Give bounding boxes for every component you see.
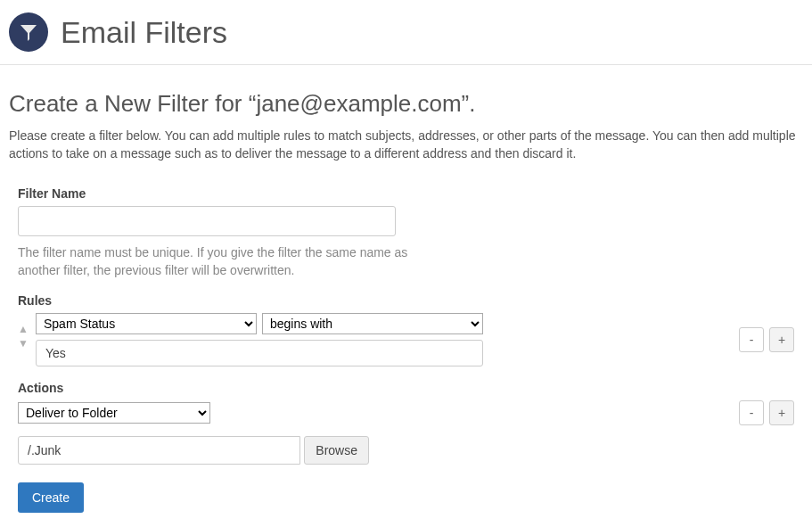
filter-name-group: Filter Name The filter name must be uniq… [18, 186, 794, 280]
action-row: Deliver to Folder - + [18, 400, 794, 425]
rule-row: ▲ ▼ Spam Status begins with - + [18, 313, 794, 366]
rule-inputs: Spam Status begins with [36, 313, 739, 366]
browse-button[interactable]: Browse [304, 436, 369, 465]
svg-marker-0 [21, 25, 37, 41]
rule-reorder-controls: ▲ ▼ [18, 313, 30, 350]
page-title: Email Filters [61, 15, 227, 50]
rules-label: Rules [18, 293, 794, 308]
filter-name-label: Filter Name [18, 186, 794, 201]
create-button[interactable]: Create [18, 482, 84, 513]
page-header: Email Filters [0, 0, 812, 64]
add-action-button[interactable]: + [769, 400, 794, 425]
remove-action-button[interactable]: - [739, 400, 764, 425]
add-rule-button[interactable]: + [769, 327, 794, 352]
remove-rule-button[interactable]: - [739, 327, 764, 352]
filter-name-input[interactable] [18, 206, 396, 236]
funnel-icon [9, 12, 48, 52]
filter-name-help: The filter name must be unique. If you g… [18, 243, 415, 280]
actions-label: Actions [18, 381, 794, 395]
rule-value-input[interactable] [36, 340, 483, 366]
subtitle: Create a New Filter for “jane@example.co… [9, 90, 803, 118]
triangle-down-icon[interactable]: ▼ [18, 338, 30, 349]
rule-add-remove-buttons: - + [739, 327, 794, 352]
description-text: Please create a filter below. You can ad… [9, 127, 803, 163]
action-type-select[interactable]: Deliver to Folder [18, 402, 210, 424]
rule-condition-select[interactable]: begins with [262, 313, 483, 334]
folder-row: Browse [18, 436, 369, 465]
content-area: Create a New Filter for “jane@example.co… [0, 65, 812, 527]
triangle-up-icon[interactable]: ▲ [18, 324, 30, 334]
folder-path-input[interactable] [18, 436, 300, 465]
action-add-remove-buttons: - + [739, 400, 794, 425]
rule-field-select[interactable]: Spam Status [36, 313, 257, 334]
